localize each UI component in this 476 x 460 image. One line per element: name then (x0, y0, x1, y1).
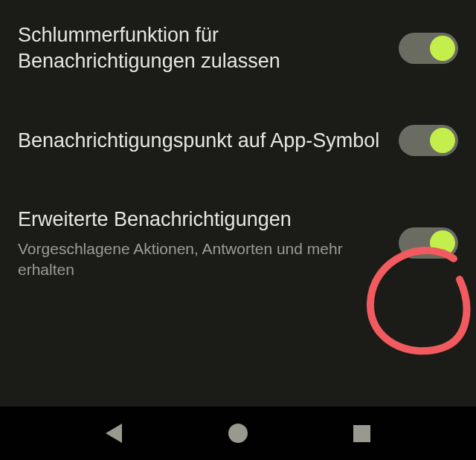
toggle-badge[interactable] (399, 125, 458, 156)
setting-row-badge[interactable]: Benachrichtigungspunkt auf App-Symbol (18, 104, 458, 186)
nav-home-button[interactable] (216, 411, 260, 456)
toggle-enhanced[interactable] (399, 227, 458, 259)
home-icon (228, 424, 248, 443)
setting-text: Schlummerfunktion für Benachrichtigungen… (18, 22, 381, 74)
setting-title: Benachrichtigungspunkt auf App-Symbol (18, 128, 381, 154)
nav-back-button[interactable] (91, 411, 136, 456)
toggle-knob (430, 36, 455, 61)
navigation-bar (0, 406, 476, 460)
toggle-knob (430, 128, 455, 153)
setting-text: Erweiterte Benachrichtigungen Vorgeschla… (18, 207, 381, 279)
setting-row-snooze[interactable]: Schlummerfunktion für Benachrichtigungen… (18, 0, 458, 104)
setting-text: Benachrichtigungspunkt auf App-Symbol (18, 128, 381, 154)
settings-list: Schlummerfunktion für Benachrichtigungen… (0, 0, 476, 300)
back-icon (106, 424, 122, 443)
setting-subtitle: Vorgeschlagene Aktionen, Antworten und m… (18, 239, 381, 279)
recent-icon (353, 425, 370, 442)
nav-recent-button[interactable] (340, 411, 385, 456)
toggle-snooze[interactable] (399, 33, 458, 64)
setting-title: Schlummerfunktion für Benachrichtigungen… (18, 22, 381, 74)
toggle-knob (430, 230, 455, 256)
setting-title: Erweiterte Benachrichtigungen (18, 207, 381, 233)
setting-row-enhanced[interactable]: Erweiterte Benachrichtigungen Vorgeschla… (18, 186, 458, 300)
